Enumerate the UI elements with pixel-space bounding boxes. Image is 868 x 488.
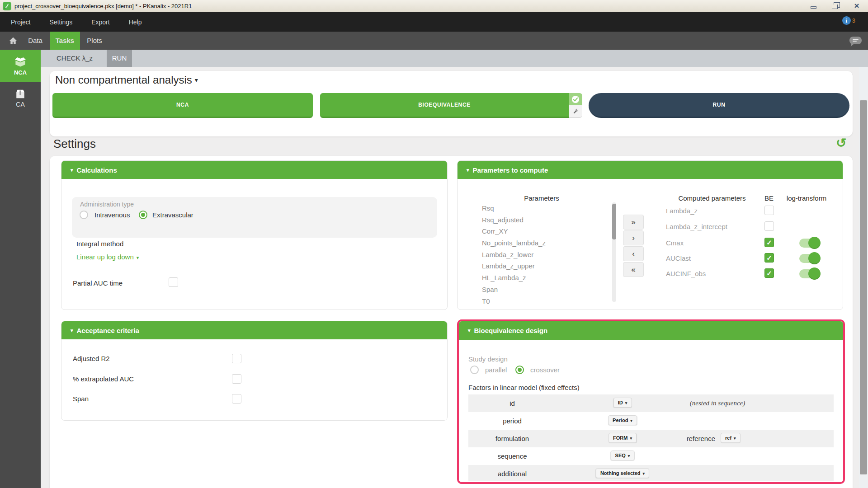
factors-label: Factors in linear model (fixed effects) xyxy=(468,384,580,391)
sidebar-item-ca[interactable]: CA xyxy=(0,82,41,114)
home-tab[interactable] xyxy=(5,32,21,50)
radio-extravascular-label[interactable]: Extravascular xyxy=(152,211,193,219)
radio-extravascular[interactable] xyxy=(139,211,147,219)
settings-card: Calculations Administration type Intrave… xyxy=(50,156,853,488)
bioequivalence-settings-button[interactable] xyxy=(569,105,582,118)
bioequivalence-title: Bioequivalence design xyxy=(474,327,548,334)
factor-row-additional: additional Nothing selected xyxy=(468,465,834,481)
factor-label: id xyxy=(468,394,556,412)
collapse-caret-icon xyxy=(71,167,73,173)
sub-tab-bar: CHECK λ_z RUN xyxy=(41,50,868,67)
log-transform-toggle[interactable] xyxy=(799,269,819,278)
be-checkbox[interactable] xyxy=(764,268,774,278)
sidebar-ca-label: CA xyxy=(16,101,24,108)
list-item[interactable]: Span xyxy=(482,284,609,296)
acceptance-criteria-panel: Acceptance criteria Adjusted R2 % extrap… xyxy=(61,321,448,421)
feedback-chat-icon[interactable] xyxy=(849,37,862,44)
restore-button[interactable] xyxy=(827,1,843,11)
info-icon: i xyxy=(842,16,851,25)
restore-icon xyxy=(832,5,838,9)
tab-plots[interactable]: Plots xyxy=(83,32,106,50)
integral-method-dropdown[interactable]: Linear up log down xyxy=(76,253,139,261)
task-sidebar: NCA CA xyxy=(0,50,41,488)
minimize-icon xyxy=(811,6,816,9)
nca-task-button[interactable]: NCA xyxy=(52,93,313,118)
factor-label: formulation xyxy=(468,430,556,447)
span-checkbox[interactable] xyxy=(232,394,241,404)
reset-settings-icon[interactable]: ↺ xyxy=(836,136,846,150)
log-transform-toggle[interactable] xyxy=(799,254,819,263)
factor-label: sequence xyxy=(468,447,556,465)
calculations-title: Calculations xyxy=(77,166,117,174)
adjusted-r2-label: Adjusted R2 xyxy=(73,355,110,362)
menu-settings[interactable]: Settings xyxy=(50,19,73,26)
radio-intravenous-label[interactable]: Intravenous xyxy=(94,211,130,219)
sidebar-nca-label: NCA xyxy=(14,69,27,76)
computed-row-lambda-z: Lambda_z xyxy=(458,205,844,218)
span-label: Span xyxy=(73,395,89,403)
acceptance-panel-header[interactable]: Acceptance criteria xyxy=(61,321,447,339)
log-transform-toggle[interactable] xyxy=(799,239,819,248)
partial-auc-label: Partial AUC time xyxy=(73,279,123,287)
list-item[interactable]: T0 xyxy=(482,296,609,305)
administration-type-fieldset: Administration type Intravenous Extravas… xyxy=(72,197,437,238)
computed-name: Lambda_z xyxy=(666,207,698,215)
be-checkbox[interactable] xyxy=(764,238,774,247)
task-heading-label: Non compartmental analysis xyxy=(55,74,192,86)
bioequivalence-panel-header[interactable]: Bioequivalence design xyxy=(459,321,843,340)
factor-label: additional xyxy=(468,465,556,481)
sidebar-item-nca[interactable]: NCA xyxy=(0,50,41,82)
subtab-check-lambda-z[interactable]: CHECK λ_z xyxy=(50,50,99,67)
subtab-run[interactable]: RUN xyxy=(107,50,132,67)
computed-name: Lambda_z_intercept xyxy=(666,223,727,230)
run-button[interactable]: RUN xyxy=(589,93,849,118)
computed-row-aucinf-obs: AUCINF_obs xyxy=(458,268,844,281)
bioequivalence-side-controls xyxy=(569,93,582,118)
window-controls: × xyxy=(806,1,864,11)
calculations-panel-header[interactable]: Calculations xyxy=(61,161,447,179)
notifications-badge[interactable]: i 3 xyxy=(842,16,855,25)
computed-name: AUCINF_obs xyxy=(666,270,706,277)
task-type-dropdown[interactable]: Non compartmental analysis▾ xyxy=(55,74,198,86)
notification-count: 3 xyxy=(852,17,855,24)
radio-parallel-label[interactable]: parallel xyxy=(485,366,507,374)
page-scrollbar-thumb[interactable] xyxy=(860,100,867,474)
be-checkbox[interactable] xyxy=(764,206,774,215)
period-column-dropdown[interactable]: Period xyxy=(608,415,637,425)
tab-data[interactable]: Data xyxy=(25,32,46,50)
additional-dropdown[interactable]: Nothing selected xyxy=(596,468,649,478)
radio-crossover-label[interactable]: crossover xyxy=(530,366,560,374)
extrapolated-auc-checkbox[interactable] xyxy=(232,374,241,384)
minimize-button[interactable] xyxy=(806,1,821,11)
computed-name: Cmax xyxy=(666,239,684,247)
radio-parallel[interactable] xyxy=(470,366,479,374)
bioequivalence-task-button[interactable]: BIOEQUIVALENCE xyxy=(320,93,569,118)
collapse-caret-icon xyxy=(468,328,471,333)
reference-dropdown[interactable]: ref xyxy=(721,433,741,443)
title-bar: project_crossover_bioequivalence.pkx [de… xyxy=(0,0,868,12)
chevron-down-icon: ▾ xyxy=(195,76,198,84)
study-design-label: Study design xyxy=(468,355,508,363)
radio-intravenous[interactable] xyxy=(80,211,88,219)
run-button-label: RUN xyxy=(713,102,726,108)
menu-project[interactable]: Project xyxy=(11,19,31,26)
radio-crossover[interactable] xyxy=(515,366,524,374)
collapse-caret-icon xyxy=(71,328,73,333)
acceptance-title: Acceptance criteria xyxy=(77,327,139,334)
menu-export[interactable]: Export xyxy=(91,19,109,26)
be-checkbox[interactable] xyxy=(764,221,774,231)
factor-label: period xyxy=(468,412,556,430)
formulation-column-dropdown[interactable]: FORM xyxy=(609,433,637,443)
sequence-column-dropdown[interactable]: SEQ xyxy=(611,450,635,460)
adjusted-r2-checkbox[interactable] xyxy=(232,354,241,363)
menu-help[interactable]: Help xyxy=(129,19,142,26)
computed-row-cmax: Cmax xyxy=(458,237,844,250)
computed-row-lambda-z-intercept: Lambda_z_intercept xyxy=(458,221,844,234)
parameters-panel-header[interactable]: Parameters to compute xyxy=(458,161,843,179)
be-checkbox[interactable] xyxy=(764,253,774,263)
tab-tasks[interactable]: Tasks xyxy=(50,32,80,50)
page-scrollbar[interactable] xyxy=(859,67,868,488)
id-column-dropdown[interactable]: ID xyxy=(613,398,632,408)
partial-auc-checkbox[interactable] xyxy=(169,277,178,287)
close-button[interactable]: × xyxy=(849,1,864,11)
